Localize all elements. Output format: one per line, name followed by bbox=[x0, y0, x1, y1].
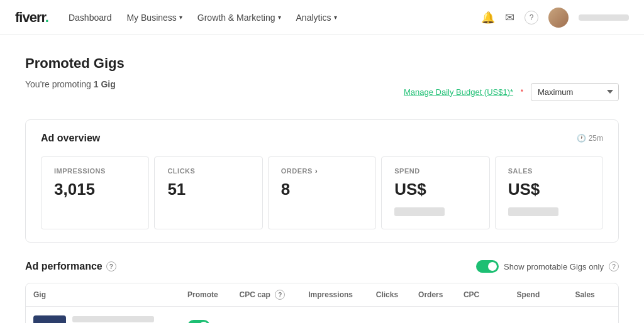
gig-thumbnail-1: FIVER bbox=[33, 315, 66, 323]
card-header: Ad overview 🕐 25m bbox=[41, 133, 603, 144]
avatar[interactable] bbox=[548, 8, 569, 28]
gig-details-1: RECOMMENDED bbox=[72, 316, 154, 323]
col-header-clicks: Clicks bbox=[369, 283, 411, 307]
gig-info-1: FIVER RECOMMENDED bbox=[33, 315, 172, 323]
nav-link-growth[interactable]: Growth & Marketing ▾ bbox=[197, 13, 281, 23]
stat-value-clicks: 51 bbox=[167, 180, 249, 199]
show-toggle-wrap: Show promotable Gigs only ? bbox=[476, 260, 619, 273]
notification-icon[interactable]: 🔔 bbox=[481, 11, 495, 25]
promote-toggle-1[interactable] bbox=[187, 320, 210, 324]
performance-help-icon[interactable]: ? bbox=[106, 261, 116, 271]
stat-spend: SPEND US$ bbox=[381, 156, 489, 229]
gig-cell-1: FIVER RECOMMENDED bbox=[26, 307, 180, 324]
orders-cell-1: 8 bbox=[411, 307, 456, 324]
gig-name-placeholder-1 bbox=[72, 316, 154, 322]
stat-value-impressions: 3,015 bbox=[54, 180, 136, 199]
nav-right: 🔔 ✉ ? bbox=[481, 8, 629, 28]
promoting-count: 1 Gig bbox=[94, 79, 116, 89]
promoting-text: You're promoting 1 Gig bbox=[25, 79, 116, 89]
chevron-down-icon: ▾ bbox=[179, 14, 182, 21]
stat-label-impressions: IMPRESSIONS bbox=[54, 167, 136, 175]
stat-impressions: IMPRESSIONS 3,015 bbox=[41, 156, 149, 229]
table-header-row: Gig Promote CPC cap ? Impressions Clicks… bbox=[26, 283, 618, 307]
stat-value-orders: 8 bbox=[281, 180, 363, 199]
col-header-cpc: CPC bbox=[456, 283, 509, 307]
impressions-cell-1: 2,905 bbox=[301, 307, 368, 324]
chevron-down-icon: ▾ bbox=[334, 14, 337, 21]
promoting-bar: You're promoting 1 Gig Manage Daily Budg… bbox=[25, 79, 619, 104]
cpc-cap-help-icon[interactable]: ? bbox=[275, 290, 285, 300]
stat-clicks: CLICKS 51 bbox=[154, 156, 262, 229]
main-content: Promoted Gigs You're promoting 1 Gig Man… bbox=[0, 35, 644, 323]
stat-value-spend: US$ bbox=[394, 180, 476, 219]
stat-label-sales: SALES bbox=[508, 167, 590, 175]
logo-dot: . bbox=[45, 9, 48, 25]
chevron-down-icon: ▾ bbox=[278, 14, 281, 21]
toggle-knob bbox=[488, 262, 497, 271]
clicks-cell-1: 48 bbox=[369, 307, 411, 324]
cpc-cell-1: US$0.24 bbox=[456, 307, 509, 324]
nav-link-dashboard[interactable]: Dashboard bbox=[69, 13, 112, 23]
navbar: fiverr. Dashboard My Business ▾ Growth &… bbox=[0, 0, 644, 35]
sales-cell-1: US$225 bbox=[567, 307, 618, 324]
ad-overview-title: Ad overview bbox=[41, 133, 100, 144]
col-header-spend: Spend bbox=[509, 283, 568, 307]
col-header-gig: Gig bbox=[26, 283, 180, 307]
col-header-orders: Orders bbox=[411, 283, 456, 307]
clock-icon: 🕐 bbox=[577, 134, 586, 143]
cpc-cap-cell-1: US$0.20* bbox=[232, 307, 301, 324]
stat-label-orders: ORDERS › bbox=[281, 167, 363, 175]
nav-link-mybusiness[interactable]: My Business ▾ bbox=[126, 13, 182, 23]
performance-table-wrap: Gig Promote CPC cap ? Impressions Clicks… bbox=[25, 283, 619, 323]
page-title: Promoted Gigs bbox=[25, 55, 619, 72]
spend-redacted bbox=[394, 207, 445, 216]
asterisk-icon: * bbox=[521, 89, 523, 96]
logo[interactable]: fiverr. bbox=[15, 9, 48, 26]
show-toggle-help-icon[interactable]: ? bbox=[609, 261, 619, 271]
budget-controls: Manage Daily Budget (US$1)* * Maximum Cu… bbox=[404, 83, 619, 101]
col-header-promote: Promote bbox=[180, 283, 231, 307]
nav-link-analytics[interactable]: Analytics ▾ bbox=[296, 13, 337, 23]
card-time: 🕐 25m bbox=[577, 134, 603, 143]
manage-budget-link[interactable]: Manage Daily Budget (US$1)* bbox=[404, 87, 513, 97]
stat-label-clicks: CLICKS bbox=[167, 167, 249, 175]
budget-select[interactable]: Maximum Custom bbox=[531, 83, 619, 101]
show-promotable-toggle[interactable] bbox=[476, 260, 499, 273]
spend-cell-1: US$11.43 bbox=[509, 307, 568, 324]
ad-performance-section: Ad performance ? Show promotable Gigs on… bbox=[25, 260, 619, 323]
col-header-sales: Sales bbox=[567, 283, 618, 307]
col-header-impressions: Impressions bbox=[301, 283, 368, 307]
ad-performance-title: Ad performance bbox=[25, 261, 103, 272]
show-toggle-label: Show promotable Gigs only bbox=[504, 262, 604, 271]
stat-orders[interactable]: ORDERS › 8 bbox=[268, 156, 376, 229]
stats-row: IMPRESSIONS 3,015 CLICKS 51 ORDERS › 8 S… bbox=[41, 156, 603, 229]
col-header-cpc-cap: CPC cap ? bbox=[232, 283, 301, 307]
nav-links: Dashboard My Business ▾ Growth & Marketi… bbox=[69, 13, 481, 23]
ad-overview-card: Ad overview 🕐 25m IMPRESSIONS 3,015 CLIC… bbox=[25, 119, 619, 243]
table-row: FIVER RECOMMENDED bbox=[26, 307, 618, 324]
help-icon[interactable]: ? bbox=[525, 11, 538, 25]
sales-redacted bbox=[508, 207, 558, 216]
stat-value-sales: US$ bbox=[508, 180, 590, 219]
stat-label-spend: SPEND bbox=[394, 167, 476, 175]
section-title-wrap: Ad performance ? bbox=[25, 261, 116, 272]
section-header: Ad performance ? Show promotable Gigs on… bbox=[25, 260, 619, 273]
mail-icon[interactable]: ✉ bbox=[505, 11, 514, 25]
stat-sales: SALES US$ bbox=[495, 156, 603, 229]
orders-arrow-icon: › bbox=[315, 167, 318, 175]
username-placeholder bbox=[579, 14, 629, 21]
promote-toggle-cell-1[interactable] bbox=[180, 307, 231, 324]
performance-table: Gig Promote CPC cap ? Impressions Clicks… bbox=[26, 283, 618, 323]
